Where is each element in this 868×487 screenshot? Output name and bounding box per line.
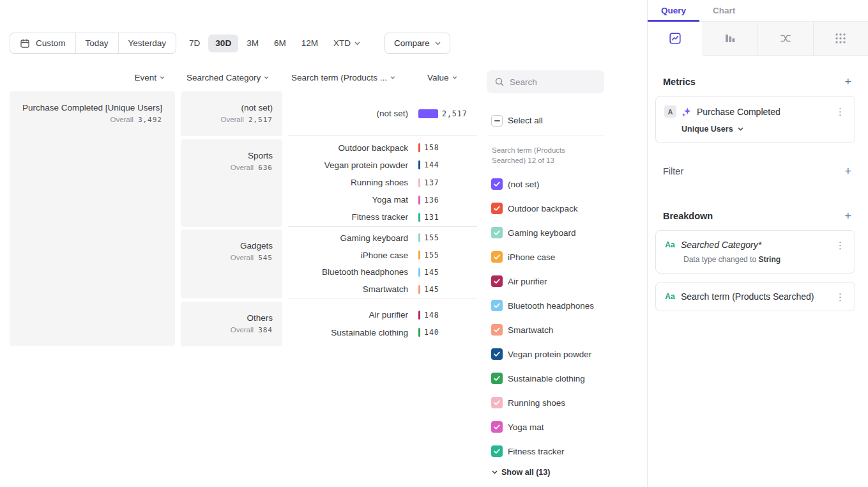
- table-row[interactable]: Outdoor backpack 158: [288, 139, 477, 157]
- list-item[interactable]: Air purifier: [487, 269, 594, 293]
- calendar-icon: [20, 38, 30, 49]
- search-input[interactable]: [510, 77, 597, 87]
- yesterday-button[interactable]: Yesterday: [118, 33, 176, 53]
- value-bar[interactable]: [418, 196, 420, 205]
- counting-method-select[interactable]: Unique Users: [681, 125, 743, 134]
- table-row[interactable]: Yoga mat 136: [288, 191, 477, 208]
- checkbox-checked[interactable]: [491, 421, 503, 433]
- range-7d-button[interactable]: 7D: [182, 35, 207, 52]
- list-item[interactable]: Bluetooth headphones: [487, 293, 594, 318]
- more-options-icon[interactable]: ⋮: [834, 292, 846, 302]
- list-item[interactable]: Sustainable clothing: [487, 366, 594, 390]
- column-header-value[interactable]: Value: [427, 70, 457, 84]
- checkbox-checked[interactable]: [491, 397, 503, 408]
- table-row[interactable]: Fitness tracker 131: [288, 208, 477, 226]
- value-bar[interactable]: [418, 328, 420, 337]
- category-cell-sports[interactable]: Sports Overall636: [181, 139, 282, 227]
- list-item[interactable]: Yoga mat: [487, 415, 594, 439]
- list-item[interactable]: Vegan protein powder: [487, 342, 594, 366]
- overall-label: Overall: [110, 116, 133, 123]
- event-cell[interactable]: Purchase Completed [Unique Users] Overal…: [10, 91, 175, 346]
- value-bar[interactable]: [418, 285, 420, 294]
- value-bar[interactable]: [418, 213, 420, 222]
- checkbox-indeterminate[interactable]: [491, 115, 503, 127]
- table-row[interactable]: iPhone case 155: [288, 247, 477, 264]
- checkbox-checked[interactable]: [491, 300, 503, 311]
- checkbox-checked[interactable]: [491, 251, 503, 263]
- checkbox-checked[interactable]: [491, 178, 503, 190]
- tab-funnels[interactable]: [703, 22, 758, 56]
- value-bar[interactable]: [418, 143, 420, 152]
- more-options-icon[interactable]: ⋮: [834, 240, 846, 250]
- category-cell-gadgets[interactable]: Gadgets Overall545: [181, 229, 282, 298]
- range-xtd-button[interactable]: XTD: [326, 35, 367, 52]
- column-header-category[interactable]: Searched Category: [181, 70, 282, 84]
- column-header-term[interactable]: Search term (Products ... Value: [288, 70, 477, 84]
- value-bar[interactable]: [418, 311, 420, 320]
- category-cell-not-set[interactable]: (not set) Overall2,517: [181, 91, 282, 136]
- checkbox-checked[interactable]: [491, 348, 503, 360]
- add-filter-button[interactable]: +: [843, 166, 853, 177]
- range-3m-button[interactable]: 3M: [240, 35, 266, 52]
- table-row[interactable]: Bluetooth headphones 145: [288, 264, 477, 281]
- note-value: String: [758, 255, 780, 264]
- column-header-event[interactable]: Event: [10, 70, 175, 84]
- search-box[interactable]: [487, 70, 604, 93]
- list-item[interactable]: Outdoor backpack: [487, 196, 594, 220]
- list-item[interactable]: Fitness tracker: [487, 439, 594, 463]
- today-button[interactable]: Today: [75, 33, 118, 53]
- value-bar[interactable]: [418, 268, 420, 277]
- table-row[interactable]: Gaming keyboard 155: [288, 229, 477, 247]
- value-bar[interactable]: [418, 160, 420, 169]
- category-cell-others[interactable]: Others Overall384: [181, 302, 282, 346]
- list-item-label: (not set): [508, 180, 540, 189]
- list-item[interactable]: (not set): [487, 172, 594, 196]
- tab-query[interactable]: Query: [648, 0, 699, 21]
- value-text: 155: [424, 251, 439, 259]
- custom-date-button[interactable]: Custom: [10, 33, 75, 53]
- checkbox-checked[interactable]: [491, 445, 503, 457]
- table-row[interactable]: Air purifier 148: [288, 306, 477, 324]
- add-metric-button[interactable]: +: [843, 76, 853, 88]
- table-row[interactable]: Sustainable clothing 140: [288, 324, 477, 342]
- filter-title: Filter: [663, 166, 683, 176]
- table-row[interactable]: (not set) 2,517: [288, 105, 477, 123]
- value-bar[interactable]: [418, 178, 420, 187]
- tab-retention[interactable]: [813, 22, 868, 56]
- select-all-row[interactable]: Select all: [487, 106, 604, 135]
- list-item[interactable]: Gaming keyboard: [487, 220, 594, 245]
- checkbox-checked[interactable]: [491, 227, 503, 238]
- value-text: 145: [424, 285, 439, 294]
- tab-chart[interactable]: Chart: [699, 0, 749, 21]
- compare-button[interactable]: Compare: [385, 33, 451, 54]
- table-row[interactable]: Running shoes 137: [288, 174, 477, 191]
- checkbox-checked[interactable]: [491, 324, 503, 336]
- add-breakdown-button[interactable]: +: [843, 210, 853, 222]
- list-item[interactable]: Running shoes: [487, 390, 594, 415]
- value-text: 2,517: [442, 109, 468, 118]
- checkbox-checked[interactable]: [491, 275, 503, 287]
- table-row[interactable]: Vegan protein powder 144: [288, 157, 477, 174]
- breakdown-card-searched-category[interactable]: Aa Searched Category* ⋮ Data type change…: [655, 230, 855, 274]
- metric-card[interactable]: A Purchase Completed ⋮ Unique Users: [655, 96, 855, 143]
- breakdown-card-search-term[interactable]: Aa Search term (Products Searched) ⋮: [655, 282, 855, 311]
- more-options-icon[interactable]: ⋮: [834, 107, 846, 116]
- list-item[interactable]: iPhone case: [487, 245, 594, 269]
- range-30d-button[interactable]: 30D: [208, 35, 238, 52]
- tab-flows[interactable]: [758, 22, 813, 56]
- value-bar[interactable]: [418, 109, 438, 118]
- table-header-row: Event Searched Category Search term (Pro…: [10, 70, 477, 84]
- range-12m-button[interactable]: 12M: [294, 35, 325, 52]
- event-overall: Overall3,492: [10, 116, 162, 124]
- checkbox-checked[interactable]: [491, 203, 503, 214]
- list-item[interactable]: Smartwatch: [487, 318, 594, 342]
- overall-value: 545: [258, 254, 273, 262]
- tab-insights[interactable]: [648, 22, 703, 56]
- table-row[interactable]: Smartwatch 145: [288, 281, 477, 298]
- checkbox-checked[interactable]: [491, 373, 503, 384]
- show-all-button[interactable]: Show all (13): [492, 468, 550, 477]
- range-6m-button[interactable]: 6M: [267, 35, 293, 52]
- value-bar[interactable]: [418, 233, 420, 242]
- value-bar[interactable]: [418, 251, 420, 259]
- value-header-label: Value: [427, 73, 449, 82]
